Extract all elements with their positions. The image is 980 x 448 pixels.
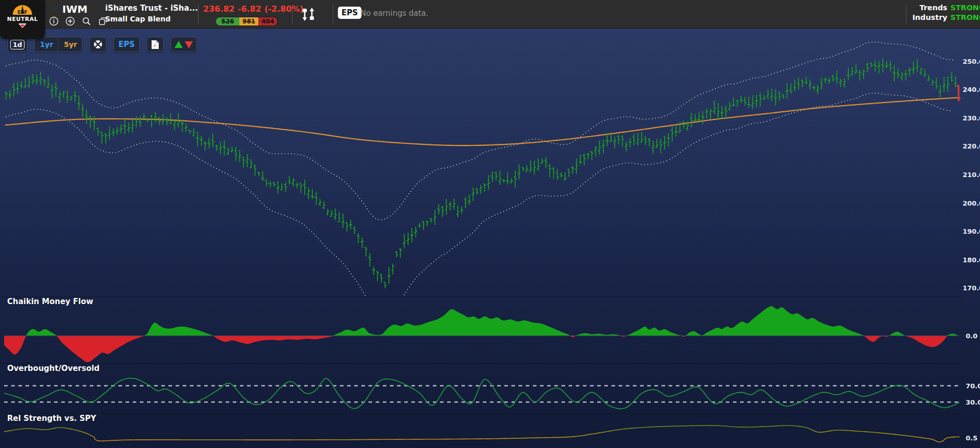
pill-green-count: 526 [216,17,239,26]
trends-label: Trends [912,4,947,12]
down-marker-icon [18,23,27,28]
chart-toolbar: 1d 1yr 5yr EPS [7,37,197,52]
y-axis-label: 190.0 [963,228,980,235]
add-icon[interactable] [65,16,75,26]
search-icon[interactable] [82,16,91,26]
header-divider [198,5,199,24]
last-price: 236.82 [203,4,235,14]
compare-icon[interactable] [300,6,316,22]
y-axis-label: 0.0 [966,332,977,340]
range-1yr-button[interactable]: 1yr [35,38,58,51]
trends-block: Trends STRONG Industry STRONG [912,4,980,23]
industry-value: STRONG [950,13,980,21]
pill-yellow-count: 981 [239,17,258,26]
y-axis-label: 230.0 [963,114,980,122]
header-divider [906,5,906,24]
signals-toggle-button[interactable] [170,37,197,52]
timeframe-button[interactable]: 1d [7,37,28,52]
rating-badge[interactable]: ETF NEUTRAL [0,0,45,39]
header-divider [333,5,333,24]
crosshair-button[interactable] [89,37,107,52]
info-icon[interactable] [49,16,59,26]
app-window: 250.0240.0230.0220.0210.0200.0190.0180.0… [0,0,980,448]
cmf-panel-label: Chaikin Money Flow [7,297,93,306]
industry-label: Industry [912,13,947,21]
y-axis-label: 220.0 [963,142,980,150]
y-axis-label: 210.0 [963,171,980,179]
y-axis-label: 250.0 [963,58,980,65]
y-axis-label: 170.0 [963,284,980,292]
rs-panel-label: Rel Strength vs. SPY [7,414,96,423]
chart-canvas: 250.0240.0230.0220.0210.0200.0190.0180.0… [0,0,980,448]
fund-category: Small Cap Blend [105,15,198,23]
ticker-symbol: IWM [62,3,87,15]
timeframe-label: 1d [10,40,24,49]
price-quote: 236.82-6.82(-2.80%) [203,4,307,14]
y-axis-label: 240.0 [963,86,980,93]
y-axis-label: 30.0 [966,399,980,406]
price-change: -6.82 [238,4,261,14]
y-axis-label: 200.0 [963,200,980,207]
eps-badge: EPS [338,7,361,19]
chart-background [0,28,980,448]
eps-message: No earnings data. [360,9,428,18]
y-axis-label: 0.5 [966,434,977,442]
pill-red-count: 404 [258,17,277,26]
y-axis-label: 180.0 [963,256,980,264]
y-axis-label: 70.0 [966,382,980,390]
trends-value: STRONG [950,4,980,12]
svg-text:ETF: ETF [17,9,27,15]
price-change-pct: (-2.80%) [264,4,304,14]
range-5yr-button[interactable]: 5yr [58,38,82,51]
rating-label: NEUTRAL [7,16,38,22]
gauge-icon: ETF [11,3,34,15]
fund-name: iShares Trust - iSha... [105,4,198,13]
pdf-icon [151,40,159,49]
eps-overlay-button[interactable]: EPS [113,37,140,52]
crosshair-icon [93,40,103,49]
up-down-triangles-icon [174,40,193,49]
power-gauge-pill: 526 981 404 [215,17,278,26]
range-toggle: 1yr 5yr [34,37,83,52]
obos-panel-label: Overbought/Oversold [7,364,100,373]
pdf-export-button[interactable] [146,37,164,52]
